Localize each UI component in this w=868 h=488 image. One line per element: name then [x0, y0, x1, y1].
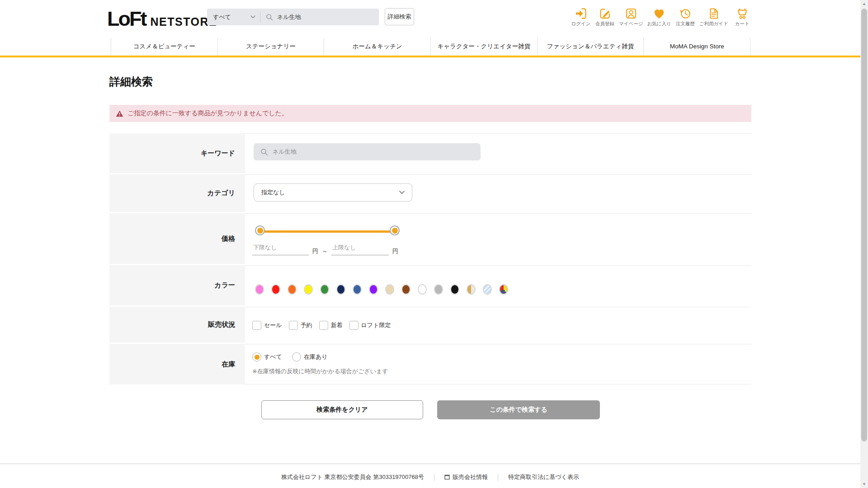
advanced-search-button[interactable]: 詳細検索 — [385, 8, 414, 25]
radio-in-stock[interactable]: 在庫あり — [292, 352, 328, 361]
color-swatch-clear[interactable] — [483, 284, 492, 295]
clear-search-conditions-button[interactable]: 検索条件をクリア — [261, 400, 423, 419]
search-category-dropdown[interactable]: すべて — [207, 9, 260, 25]
checkbox-sale[interactable]: セール — [252, 321, 282, 330]
price-min-input[interactable]: 下限なし — [252, 244, 309, 255]
loft-netstore-logo[interactable]: LoFt NETSTORE — [107, 7, 217, 31]
register-label: 会員登録 — [595, 21, 614, 27]
color-swatch-white[interactable] — [418, 284, 427, 295]
order-history-label: 注文履歴 — [676, 21, 695, 27]
no-results-error-banner: ご指定の条件に一致する商品が見つかりませんでした。 — [109, 105, 751, 122]
sales-status-row-label: 販売状況 — [109, 307, 245, 343]
radio-all[interactable]: すべて — [252, 352, 282, 361]
color-swatch-red[interactable] — [271, 284, 280, 295]
color-swatch-multicolor[interactable] — [499, 284, 508, 295]
color-swatch-green[interactable] — [320, 284, 329, 295]
price-unit-label: 円 — [312, 247, 318, 255]
login-icon — [574, 7, 588, 20]
price-separator: ～ — [322, 247, 328, 255]
color-swatch-gold-silver[interactable] — [467, 284, 476, 295]
stock-options: すべて 在庫あり — [252, 352, 328, 361]
sales-status-options: セール 予約 新着 ロフト限定 — [252, 321, 391, 330]
login-link[interactable]: ログイン — [571, 7, 591, 27]
radio-label: 在庫あり — [304, 353, 328, 361]
radio-circle-selected — [252, 352, 261, 361]
error-message-text: ご指定の条件に一致する商品が見つかりませんでした。 — [127, 109, 288, 117]
color-swatches — [255, 284, 508, 295]
color-swatch-blue[interactable] — [353, 284, 362, 295]
clear-button-label: 検索条件をクリア — [316, 406, 368, 414]
footer: 株式会社ロフト 東京都公安委員会 第303319700768号 販売会社情報 特… — [0, 464, 860, 488]
keyword-input[interactable]: ネル生地 — [254, 143, 481, 160]
radio-circle — [292, 352, 301, 361]
footer-inner: 株式会社ロフト 東京都公安委員会 第303319700768号 販売会社情報 特… — [0, 464, 860, 481]
footer-company-text: 株式会社ロフト 東京都公安委員会 第303319700768号 — [281, 473, 424, 481]
cart-icon — [736, 7, 749, 20]
clock-history-icon — [679, 7, 692, 20]
form-row-category: カテゴリ 指定なし — [109, 174, 751, 212]
favorites-link[interactable]: お気に入り — [647, 7, 671, 27]
color-row-label: カラー — [109, 265, 245, 305]
scrollbar-thumb[interactable] — [861, 9, 867, 441]
guide-label: ご利用ガイド — [699, 21, 728, 27]
checkbox-new-arrival[interactable]: 新着 — [319, 321, 343, 330]
radio-label: すべて — [264, 353, 282, 361]
sales-status-row-content: セール 予約 新着 ロフト限定 — [245, 307, 751, 343]
mypage-label: マイページ — [619, 21, 643, 27]
color-swatch-brown[interactable] — [401, 284, 410, 295]
form-row-stock: 在庫 すべて 在庫あり ※在庫情報の反映に時間がかかる場合がございます — [109, 344, 751, 385]
search-with-conditions-button[interactable]: この条件で検索する — [437, 400, 600, 419]
checkbox-reservation[interactable]: 予約 — [289, 321, 312, 330]
checkbox-label: ロフト限定 — [361, 321, 391, 329]
register-link[interactable]: 会員登録 — [595, 7, 615, 27]
checkbox-label: セール — [264, 321, 282, 329]
document-icon — [707, 7, 721, 20]
cart-link[interactable]: カート — [732, 7, 752, 27]
mypage-icon — [624, 7, 638, 20]
keyword-input-value: ネル生地 — [273, 148, 297, 156]
slider-handle-dot — [257, 228, 263, 234]
advanced-search-form: キーワード ネル生地 カテゴリ 指定なし — [109, 133, 751, 386]
vertical-scrollbar[interactable]: ▲ ▼ — [860, 0, 868, 488]
logo-primary-text: LoFt — [107, 7, 146, 31]
header: LoFt NETSTORE すべて ネル生地 詳細検索 — [0, 0, 860, 57]
footer-link-legal[interactable]: 特定商取引法に基づく表示 — [508, 473, 579, 481]
price-row-label: 価格 — [109, 213, 245, 264]
guide-link[interactable]: ご利用ガイド — [699, 7, 728, 27]
nav-item-cosme-beauty[interactable]: コスメ＆ビューティー — [111, 38, 218, 55]
favorites-label: お気に入り — [647, 21, 671, 27]
stock-note: ※在庫情報の反映に時間がかかる場合がございます — [252, 367, 388, 375]
color-swatch-orange[interactable] — [288, 284, 297, 295]
category-select[interactable]: 指定なし — [254, 183, 412, 202]
header-search-input[interactable]: ネル生地 — [260, 9, 379, 25]
nav-item-stationery[interactable]: ステーショナリー — [218, 38, 325, 55]
color-swatch-navy[interactable] — [336, 284, 345, 295]
color-swatch-black[interactable] — [450, 284, 459, 295]
price-range-slider[interactable] — [260, 230, 395, 233]
nav-item-home-kitchen[interactable]: ホーム＆キッチン — [324, 38, 431, 55]
color-swatch-pink[interactable] — [255, 284, 264, 295]
advanced-search-button-label: 詳細検索 — [388, 13, 411, 21]
price-slider-min-handle[interactable] — [255, 225, 265, 235]
page-title: 詳細検索 — [109, 75, 153, 89]
scrollbar-up-button[interactable]: ▲ — [860, 0, 868, 8]
color-swatch-beige[interactable] — [385, 284, 394, 295]
scrollbar-down-button[interactable]: ▼ — [860, 480, 868, 488]
order-history-link[interactable]: 注文履歴 — [675, 7, 695, 27]
nav-item-fashion-variety[interactable]: ファッション＆バラエティ雑貨 — [538, 38, 644, 55]
price-slider-max-handle[interactable] — [390, 225, 400, 235]
color-swatch-yellow[interactable] — [304, 284, 313, 295]
price-max-input[interactable]: 上限なし — [331, 244, 389, 255]
checkbox-box — [349, 321, 359, 330]
color-swatch-gray[interactable] — [434, 284, 443, 295]
nav-item-moma-design-store[interactable]: MoMA Design Store — [644, 38, 750, 55]
checkbox-loft-limited[interactable]: ロフト限定 — [349, 321, 391, 330]
footer-link-seller-info[interactable]: 販売会社情報 — [444, 473, 488, 481]
form-row-keyword: キーワード ネル生地 — [109, 133, 751, 173]
slider-handle-dot — [392, 228, 398, 234]
mypage-link[interactable]: マイページ — [619, 7, 643, 27]
cart-label: カート — [735, 21, 750, 27]
stock-row-label: 在庫 — [109, 344, 245, 385]
color-swatch-purple[interactable] — [369, 284, 378, 295]
nav-item-character-creator[interactable]: キャラクター・クリエイター雑貨 — [431, 38, 538, 55]
